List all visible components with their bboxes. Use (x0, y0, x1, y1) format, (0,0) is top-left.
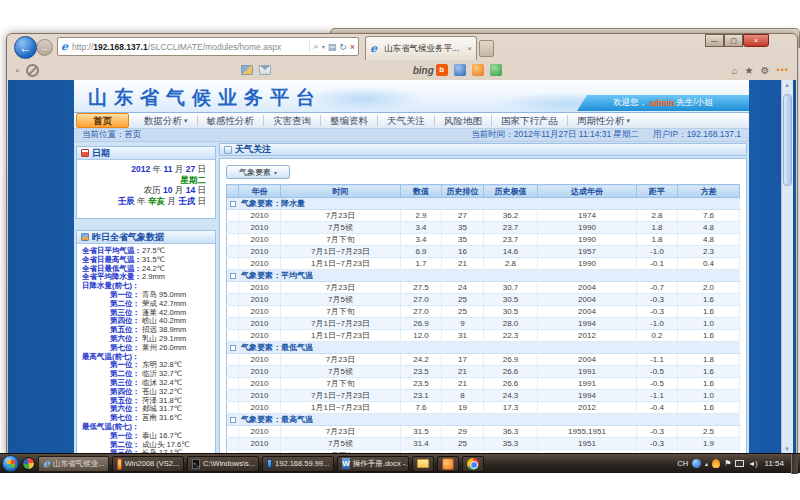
nav-item-0[interactable]: 首页 (76, 113, 129, 128)
maximize-button[interactable]: ▢ (724, 34, 743, 47)
scrollbar[interactable]: ▲ ▼ (781, 80, 793, 454)
table-row[interactable]: 20107月5候27.02530.52004-0.31.6 (227, 294, 740, 306)
extension-icon-blue[interactable] (454, 64, 466, 76)
word-icon: W (342, 458, 350, 469)
toolbar-close-icon[interactable]: × (15, 66, 20, 75)
table-row[interactable]: 20107月下旬3.43523.719901.84.8 (227, 234, 740, 246)
minimize-button[interactable]: — (705, 34, 724, 47)
table-row[interactable]: 20107月1日~7月23日26.9928.01994-1.01.0 (227, 318, 740, 330)
main-navigation: 首页数据分析▾敏感性分析灾害查询整编资料天气关注风险地图国家下行产品周期性分析▾ (74, 112, 749, 129)
mail-icon[interactable] (259, 65, 271, 75)
table-cell: 1991 (538, 378, 637, 390)
table-cell: 26.9 (484, 354, 538, 366)
taskbar-button-4[interactable]: W操作手册.docx -... (337, 456, 409, 472)
weather-watch-table: 年份时间数值历史排位历史极值达成年份距平方差 气象要素：降水量20107月23日… (226, 184, 740, 454)
more-options-icon[interactable]: ••• (777, 65, 789, 75)
table-row[interactable]: 20107月5候31.42535.31951-0.31.9 (227, 438, 740, 450)
nav-item-7[interactable]: 国家下行产品 (492, 115, 568, 126)
checkbox[interactable] (230, 201, 236, 207)
browser-tab[interactable]: e 山东省气候业务平... × (365, 36, 477, 60)
nav-item-3[interactable]: 灾害查询 (264, 115, 321, 126)
table-cell: 1990 (538, 222, 637, 234)
scroll-down-icon[interactable]: ▼ (784, 446, 790, 452)
antivirus-icon[interactable] (692, 459, 701, 468)
table-cell: 12.0 (401, 330, 442, 342)
gear-icon[interactable]: ⚙ (761, 65, 770, 76)
table-cell: 23.7 (484, 234, 538, 246)
star-icon[interactable]: ★ (745, 65, 754, 76)
extension-icon-green[interactable] (490, 64, 502, 76)
network-icon[interactable] (735, 460, 744, 467)
scroll-up-icon[interactable]: ▲ (784, 82, 790, 88)
browser-chrome: ← → e http://192.168.137.1/SLCCLIMATE/mo… (7, 34, 797, 60)
taskbar-button-3[interactable]: 192.168.59.99... (262, 456, 334, 472)
extension-icon-orange[interactable] (472, 64, 484, 76)
remote-icon (267, 459, 272, 468)
checkbox[interactable] (230, 417, 236, 423)
table-cell: 7月5候 (281, 294, 401, 306)
taskbar-clock[interactable]: 11:54 (765, 459, 784, 468)
nav-item-6[interactable]: 风险地图 (435, 115, 492, 126)
nav-item-1[interactable]: 数据分析▾ (135, 115, 198, 126)
bing-logo[interactable]: bing b (413, 64, 448, 76)
table-row[interactable]: 20107月1日~7月23日6.91614.61957-1.02.3 (227, 246, 740, 258)
nav-item-2[interactable]: 敏感性分析 (198, 115, 265, 126)
taskbar-button-1[interactable]: Win2008 (VS2... (112, 456, 184, 472)
element-filter-button[interactable]: 气象要素 ▾ (226, 165, 290, 179)
table-row[interactable]: 20107月5候23.52126.61991-0.51.6 (227, 366, 740, 378)
date-segment: 星期二 (181, 175, 207, 185)
address-bar[interactable]: e http://192.168.137.1/SLCCLIMATE/module… (57, 37, 359, 56)
table-cell: 1.0 (678, 318, 740, 330)
table-row[interactable]: 20107月23日31.52936.31955,1951-0.32.5 (227, 426, 740, 438)
table-cell: 26.9 (401, 318, 442, 330)
tab-close-icon[interactable]: × (467, 44, 472, 53)
close-button[interactable]: × (743, 34, 769, 47)
show-desktop-button[interactable] (791, 454, 798, 474)
chrome-taskbar-button[interactable] (462, 456, 484, 472)
nav-item-8[interactable]: 周期性分析▾ (568, 115, 639, 126)
app-taskbar-button[interactable] (437, 456, 459, 472)
blocked-content-icon[interactable] (26, 64, 39, 77)
quick-launch-icon[interactable] (22, 457, 35, 470)
start-button[interactable] (2, 455, 19, 472)
table-cell: 1.8 (637, 234, 678, 246)
table-cell: 23.5 (401, 378, 442, 390)
taskbar-button-2[interactable]: >_C:\Windows\s... (187, 456, 259, 472)
table-row[interactable]: 20107月下旬27.02530.52004-0.31.6 (227, 306, 740, 318)
checkbox[interactable] (230, 345, 236, 351)
table-row[interactable]: 20107月23日27.52430.72004-0.72.0 (227, 282, 740, 294)
forward-button[interactable]: → (36, 39, 53, 56)
stop-icon[interactable]: × (350, 42, 355, 52)
table-row[interactable]: 20107月23日2.92736.219742.87.6 (227, 210, 740, 222)
table-row[interactable]: 20107月下旬23.52126.61991-0.51.6 (227, 378, 740, 390)
explorer-taskbar-button[interactable] (412, 456, 434, 472)
taskbar-button-0[interactable]: e山东省气候业... (38, 456, 109, 472)
table-row[interactable]: 20101月1日~7月23日7.61917.32012-0.41.6 (227, 402, 740, 414)
volume-icon[interactable]: ◄) (748, 460, 757, 467)
language-indicator[interactable]: CH (677, 459, 688, 468)
home-icon[interactable]: ⌂ (732, 65, 738, 76)
table-cell: -1.1 (637, 354, 678, 366)
search-icon[interactable]: ⌕ (314, 41, 319, 52)
refresh-icon[interactable]: ↻ (339, 42, 347, 52)
table-row[interactable]: 20107月1日~7月23日23.1824.31994-1.11.0 (227, 390, 740, 402)
table-cell: 1.0 (678, 390, 740, 402)
tray-expand-icon[interactable]: ▴ (705, 460, 708, 467)
new-tab-button[interactable] (479, 40, 494, 57)
page-icon[interactable]: ▤ (328, 42, 337, 52)
table-row[interactable]: 20107月23日24.21726.92004-1.11.8 (227, 354, 740, 366)
table-row[interactable]: 20107月5候3.43523.719901.84.8 (227, 222, 740, 234)
snapshot-tool-icon[interactable] (241, 65, 253, 75)
table-row[interactable]: 20101月1日~7月23日12.03122.320120.21.6 (227, 330, 740, 342)
scrollbar-thumb[interactable] (783, 94, 792, 186)
flag-icon[interactable]: ⚑ (724, 459, 731, 468)
group-header-row: 气象要素：降水量 (227, 198, 740, 210)
chevron-down-icon[interactable]: ▾ (322, 43, 325, 50)
checkbox[interactable] (230, 273, 236, 279)
flame-icon[interactable] (712, 459, 720, 468)
nav-item-5[interactable]: 天气关注 (378, 115, 435, 126)
back-button[interactable]: ← (14, 36, 37, 59)
table-row[interactable]: 20101月1日~7月23日1.7212.81990-0.10.4 (227, 258, 740, 270)
date-segment: 日 (195, 196, 206, 206)
nav-item-4[interactable]: 整编资料 (321, 115, 378, 126)
